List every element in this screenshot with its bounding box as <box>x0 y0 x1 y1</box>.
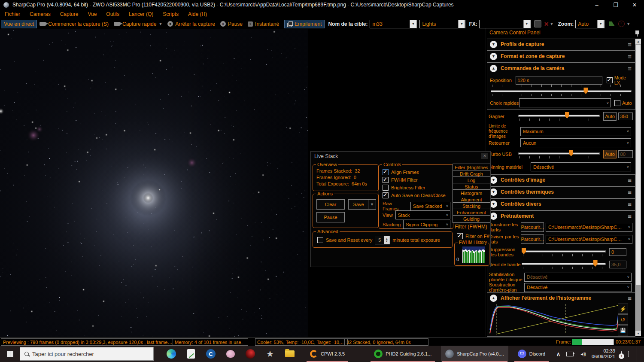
binning-combo[interactable]: Désactivé ˅ <box>531 162 631 171</box>
close-icon[interactable]: ✕ <box>481 153 488 159</box>
live-stack-title[interactable]: Live Stack <box>311 152 490 161</box>
usb-auto-button[interactable]: Auto <box>603 150 616 158</box>
view-combo[interactable]: Stack ˅ <box>395 210 450 219</box>
usb-slider-thumb[interactable] <box>569 150 573 156</box>
hamburger-icon[interactable]: ≡ <box>628 176 635 184</box>
volume-icon[interactable]: ◄)) <box>580 352 586 356</box>
menu-lancer[interactable]: Lancer (Q) <box>124 11 158 17</box>
taskbar-app-cpwi[interactable]: CPWI 2.3.5 <box>306 346 349 362</box>
gain-slider-thumb[interactable] <box>565 112 569 119</box>
flats-browse-button[interactable]: Parcourir... <box>521 234 544 244</box>
restore-button[interactable]: ❐ <box>606 0 625 9</box>
brain-app-icon[interactable] <box>221 346 240 362</box>
flats-path-combo[interactable]: C:\Users\marcb\Desktop\SharpCap Ca... ˅ <box>546 235 632 244</box>
auto-stretch-icon[interactable]: ⚡ <box>618 304 628 314</box>
taskbar-search-input[interactable]: Taper ici pour rechercher <box>20 347 154 361</box>
stepper-arrows-icon[interactable]: ▲▼ <box>384 236 389 244</box>
section-camera-controls-header[interactable]: ▲ Commandes de la caméra ≡ <box>487 63 635 73</box>
hamburger-icon[interactable]: ≡ <box>628 53 635 60</box>
selection-tool-button[interactable] <box>534 20 541 27</box>
hamburger-icon[interactable]: ≡ <box>628 295 635 302</box>
save-stretch-icon[interactable]: 💾 <box>618 325 628 335</box>
red-app-icon[interactable] <box>240 346 260 362</box>
stacking-combo[interactable]: Sigma Clipping ˅ <box>403 220 450 229</box>
gain-auto-button[interactable]: Auto <box>603 112 616 121</box>
ccleaner-icon[interactable]: C <box>201 346 221 362</box>
banding-value[interactable]: 0 <box>609 248 626 256</box>
section-image-controls[interactable]: ▼ Contrôles d'image ≡ <box>487 174 635 186</box>
stack-button[interactable]: Empilement <box>284 20 325 28</box>
align-frames-checkbox-row[interactable]: Align Frames <box>383 169 419 175</box>
target-name-combo[interactable]: m33 ▼ <box>370 20 417 28</box>
background-subtraction-combo[interactable]: Désactivé ˅ <box>524 283 632 292</box>
minimize-button[interactable]: – <box>587 0 606 9</box>
hamburger-icon[interactable]: ≡ <box>628 213 635 220</box>
taskbar-app-phd2[interactable]: PHD2 Guiding 2.6.1... <box>370 346 436 362</box>
clear-button[interactable]: Clear <box>316 199 345 210</box>
menu-scripts[interactable]: Scripts <box>158 11 183 17</box>
exposure-input[interactable]: 120 s <box>516 76 602 85</box>
pause-button[interactable]: ‖ Pause <box>218 20 245 28</box>
histogram-icon[interactable] <box>609 21 615 26</box>
section-thermal-controls[interactable]: ▼ Contrôles thermiques ≡ <box>487 186 635 198</box>
darks-path-combo[interactable]: C:\Users\marcb\Desktop\SharpCap Ca... ˅ <box>546 223 632 232</box>
histogram-chart[interactable] <box>488 303 623 335</box>
fwhm-filter-checkbox[interactable] <box>383 177 389 183</box>
quick-capture-button[interactable]: Capture rapide ▼ <box>111 20 165 28</box>
scrollbar-thumb[interactable] <box>636 45 641 285</box>
close-button[interactable]: ✕ <box>625 0 644 9</box>
brightness-filter-checkbox[interactable] <box>383 185 389 191</box>
taskbar-app-discord[interactable]: ᗢ Discord <box>513 346 550 362</box>
gain-slider[interactable] <box>518 112 600 121</box>
clear-fx-icon[interactable]: ✕ <box>544 21 549 27</box>
tray-clock[interactable]: 02:39 06/09/2021 <box>592 348 615 359</box>
section-histogram-header[interactable]: ▲ Afficher l'étirement de l'histogramme … <box>487 293 635 303</box>
exposure-slider[interactable] <box>491 87 632 97</box>
hamburger-icon[interactable]: ≡ <box>628 65 635 72</box>
zoom-combo[interactable]: Auto ▼ <box>575 20 605 28</box>
quick-picks-auto-checkbox[interactable] <box>614 100 620 106</box>
menu-vue[interactable]: Vue <box>83 11 101 17</box>
menu-capture[interactable]: Capture <box>55 11 83 17</box>
raw-frames-combo[interactable]: Save Stacked ˅ <box>410 202 450 211</box>
save-dropdown-button[interactable]: ▼ <box>368 199 376 210</box>
fps-limit-combo[interactable]: Maximum ˅ <box>520 127 631 136</box>
exposure-slider-thumb[interactable] <box>583 88 588 94</box>
section-capture-format[interactable]: ▼ Format et zone de capture ≡ <box>487 51 635 63</box>
edge-icon[interactable] <box>161 346 181 362</box>
menu-cameras[interactable]: Cameras <box>25 11 55 17</box>
save-button[interactable]: Save <box>348 199 369 210</box>
filter-on-fwhm-row[interactable]: Filter on FW <box>457 233 489 239</box>
auto-save-checkbox[interactable] <box>383 192 389 198</box>
lx-mode-checkbox[interactable] <box>607 77 613 83</box>
section-capture-profiles[interactable]: ▼ Profils de capture ≡ <box>487 39 635 51</box>
tab-guiding[interactable]: Guiding <box>453 215 490 223</box>
save-reset-checkbox[interactable] <box>317 237 323 243</box>
start-button[interactable] <box>0 346 20 362</box>
notification-center-icon[interactable]: 1 <box>621 351 629 357</box>
chevron-down-icon[interactable]: ▼ <box>626 22 630 26</box>
snapshot-button[interactable]: s Instantané <box>245 20 282 28</box>
usb-slider[interactable] <box>518 149 600 159</box>
menu-aide[interactable]: Aide (H) <box>183 11 212 17</box>
hamburger-icon[interactable]: ≡ <box>628 189 635 196</box>
taskbar-app-sharpcap[interactable]: SharpCap Pro (v4.0.... <box>441 346 508 362</box>
hamburger-icon[interactable]: ≡ <box>628 201 635 208</box>
star-app-icon[interactable]: ★ <box>260 346 280 362</box>
auto-save-checkbox-row[interactable]: Auto Save on Clear/Close <box>383 192 446 198</box>
banding-slider[interactable] <box>522 247 606 257</box>
menu-outils[interactable]: Outils <box>101 11 124 17</box>
gain-value[interactable]: 350 <box>618 113 633 120</box>
reticle-icon[interactable] <box>618 21 625 27</box>
fwhm-filter-checkbox-row[interactable]: FWHM Filter <box>383 177 418 183</box>
align-frames-checkbox[interactable] <box>383 169 389 175</box>
fx-combo[interactable]: ▼ <box>479 20 531 28</box>
banding-threshold-slider[interactable] <box>522 260 606 269</box>
pause-stack-button[interactable]: Pause <box>316 212 345 222</box>
section-preprocessing-header[interactable]: ▲ Prétraitement ≡ <box>487 211 635 221</box>
brightness-filter-checkbox-row[interactable]: Brightness Filter <box>383 185 425 191</box>
banding-threshold-slider-thumb[interactable] <box>593 260 598 267</box>
tray-chevron-up-icon[interactable]: ∧ <box>556 351 561 357</box>
scroll-up-icon[interactable]: ▲ <box>635 39 641 44</box>
chevron-down-icon[interactable]: ▼ <box>550 22 554 26</box>
